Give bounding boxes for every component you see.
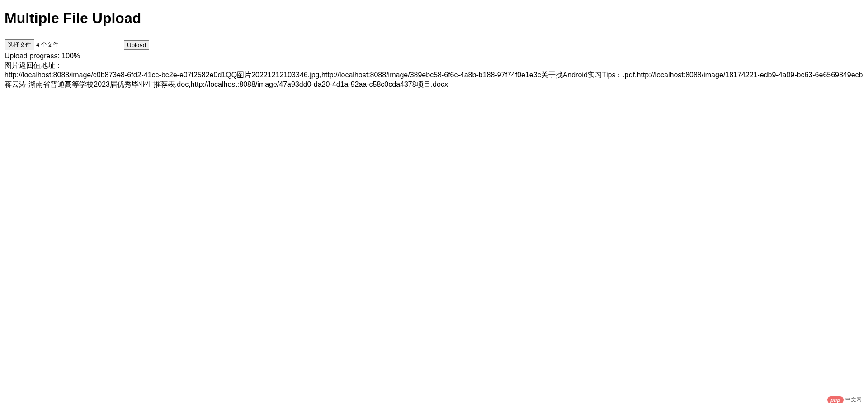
watermark-badge: php [827, 396, 844, 403]
result-urls: http://localhost:8088/image/c0b873e8-6fd… [5, 71, 863, 90]
watermark: php 中文网 [827, 396, 862, 403]
result-label: 图片返回值地址： [5, 61, 863, 71]
choose-file-button[interactable]: 选择文件 [5, 39, 34, 50]
page-title: Multiple File Upload [5, 10, 863, 27]
file-input-wrapper: 选择文件 4 个文件 [5, 39, 59, 50]
upload-controls: 选择文件 4 个文件 Upload [5, 39, 863, 50]
selected-file-count: 4 个文件 [36, 41, 59, 49]
upload-button[interactable]: Upload [124, 40, 149, 50]
upload-progress-text: Upload progress: 100% [5, 52, 863, 60]
watermark-text: 中文网 [845, 396, 862, 403]
